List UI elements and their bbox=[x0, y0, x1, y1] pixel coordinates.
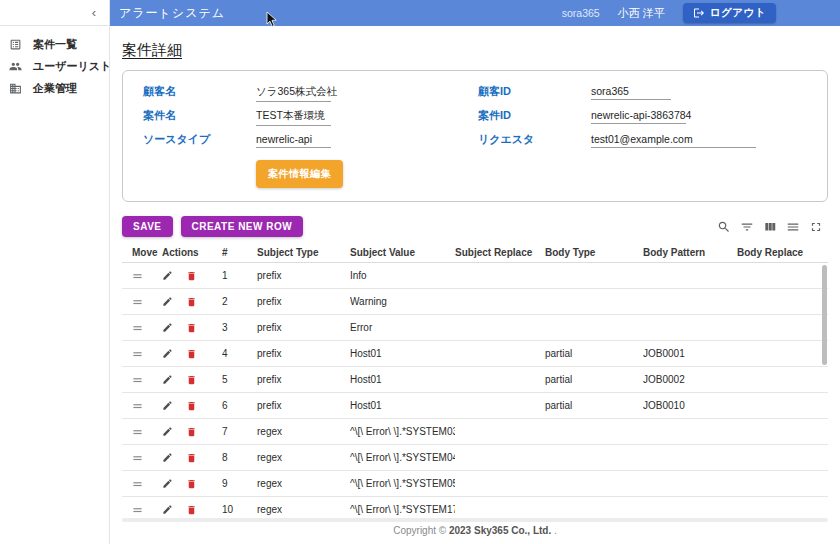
subject-type-cell: prefix bbox=[257, 270, 350, 281]
column-header[interactable]: Subject Type bbox=[257, 247, 350, 258]
delete-row-icon[interactable] bbox=[186, 452, 197, 464]
edit-row-icon[interactable] bbox=[162, 478, 173, 489]
column-header[interactable]: # bbox=[222, 247, 257, 258]
source-type-label: ソースタイプ bbox=[143, 132, 256, 147]
customer-name-label: 顧客名 bbox=[143, 84, 256, 99]
horizontal-scrollbar[interactable] bbox=[122, 518, 828, 522]
user-name: 小西 洋平 bbox=[618, 6, 665, 21]
edit-row-icon[interactable] bbox=[162, 374, 173, 385]
sidebar-item-case-list[interactable]: 案件一覧 bbox=[0, 33, 109, 55]
page-title: 案件詳細 bbox=[122, 41, 182, 60]
edit-row-icon[interactable] bbox=[162, 322, 173, 333]
subject-type-cell: regex bbox=[257, 452, 350, 463]
company-icon bbox=[9, 82, 22, 95]
fullscreen-icon[interactable] bbox=[809, 220, 823, 234]
subject-type-cell: regex bbox=[257, 478, 350, 489]
search-icon[interactable] bbox=[717, 220, 731, 234]
vertical-scrollbar-thumb[interactable] bbox=[822, 265, 827, 365]
table-header-row: MoveActions#Subject TypeSubject ValueSub… bbox=[122, 243, 828, 263]
subject-value-cell: ^\[\ Error\ \].*SYSTEM05.$ bbox=[350, 478, 455, 489]
drag-handle[interactable] bbox=[132, 453, 143, 463]
column-header[interactable]: Subject Value bbox=[350, 247, 455, 258]
drag-handle[interactable] bbox=[132, 323, 143, 333]
edit-row-icon[interactable] bbox=[162, 348, 173, 359]
logout-button[interactable]: ログアウト bbox=[683, 3, 776, 23]
table-body: 1 prefix Info bbox=[122, 263, 828, 518]
column-header[interactable]: Body Pattern bbox=[643, 247, 737, 258]
body-type-cell: partial bbox=[545, 348, 643, 359]
body-type-cell: partial bbox=[545, 374, 643, 385]
delete-row-icon[interactable] bbox=[186, 322, 197, 334]
logout-icon bbox=[693, 7, 705, 19]
density-icon[interactable] bbox=[786, 220, 800, 234]
case-id-field[interactable]: newrelic-api-3863784 bbox=[591, 109, 686, 124]
save-button[interactable]: SAVE bbox=[122, 216, 173, 237]
row-number: 8 bbox=[222, 452, 257, 463]
edit-row-icon[interactable] bbox=[162, 426, 173, 437]
edit-case-info-button[interactable]: 案件情報編集 bbox=[256, 160, 343, 188]
row-number: 5 bbox=[222, 374, 257, 385]
users-icon bbox=[9, 60, 22, 73]
body-pattern-cell: JOB0010 bbox=[643, 400, 737, 411]
delete-row-icon[interactable] bbox=[186, 270, 197, 282]
drag-handle[interactable] bbox=[132, 349, 143, 359]
column-header[interactable]: Body Type bbox=[545, 247, 643, 258]
drag-handle[interactable] bbox=[132, 375, 143, 385]
edit-row-icon[interactable] bbox=[162, 504, 173, 515]
drag-handle[interactable] bbox=[132, 401, 143, 411]
row-number: 4 bbox=[222, 348, 257, 359]
delete-row-icon[interactable] bbox=[186, 374, 197, 386]
sidebar-item-company-admin[interactable]: 企業管理 bbox=[0, 77, 109, 99]
body-pattern-cell: JOB0001 bbox=[643, 348, 737, 359]
edit-row-icon[interactable] bbox=[162, 452, 173, 463]
columns-icon[interactable] bbox=[763, 220, 777, 234]
drag-handle[interactable] bbox=[132, 271, 143, 281]
customer-id-label: 顧客ID bbox=[478, 84, 591, 99]
column-header[interactable]: Body Replace bbox=[737, 247, 828, 258]
table-row: 3 prefix Error bbox=[122, 315, 828, 341]
edit-row-icon[interactable] bbox=[162, 400, 173, 411]
create-new-row-button[interactable]: CREATE NEW ROW bbox=[181, 216, 304, 237]
logout-label: ログアウト bbox=[710, 6, 766, 20]
requester-label: リクエスタ bbox=[478, 132, 591, 147]
edit-row-icon[interactable] bbox=[162, 270, 173, 281]
subject-type-cell: prefix bbox=[257, 374, 350, 385]
requester-field[interactable]: test01@example.com bbox=[591, 133, 756, 148]
edit-row-icon[interactable] bbox=[162, 296, 173, 307]
filter-icon[interactable] bbox=[740, 220, 754, 234]
customer-name-field[interactable]: ソラ365株式会社 bbox=[256, 85, 331, 102]
source-type-field[interactable]: newrelic-api bbox=[256, 133, 331, 148]
delete-row-icon[interactable] bbox=[186, 426, 197, 438]
subject-value-cell: ^\[\ Error\ \].*SYSTEM03.$ bbox=[350, 426, 455, 437]
row-number: 2 bbox=[222, 296, 257, 307]
delete-row-icon[interactable] bbox=[186, 348, 197, 360]
drag-handle[interactable] bbox=[132, 297, 143, 307]
sidebar-item-user-list[interactable]: ユーザーリスト bbox=[0, 55, 109, 77]
delete-row-icon[interactable] bbox=[186, 296, 197, 308]
sidebar-item-label: 案件一覧 bbox=[33, 37, 77, 52]
subject-value-cell: Host01 bbox=[350, 348, 455, 359]
sidebar-item-label: 企業管理 bbox=[33, 81, 77, 96]
case-name-field[interactable]: TEST本番環境 bbox=[256, 109, 331, 126]
case-name-label: 案件名 bbox=[143, 108, 256, 123]
drag-handle[interactable] bbox=[132, 479, 143, 489]
row-number: 10 bbox=[222, 504, 257, 515]
subject-value-cell: Host01 bbox=[350, 374, 455, 385]
subject-type-cell: prefix bbox=[257, 348, 350, 359]
customer-id-field[interactable]: sora365 bbox=[591, 85, 671, 100]
drag-handle[interactable] bbox=[132, 427, 143, 437]
sidebar-collapse-icon[interactable]: ‹ bbox=[92, 6, 96, 19]
delete-row-icon[interactable] bbox=[186, 478, 197, 490]
subject-type-cell: prefix bbox=[257, 400, 350, 411]
rules-table: MoveActions#Subject TypeSubject ValueSub… bbox=[122, 243, 828, 522]
delete-row-icon[interactable] bbox=[186, 504, 197, 516]
table-row: 8 regex ^\[\ Error\ \].*SYSTEM04.$ bbox=[122, 445, 828, 471]
delete-row-icon[interactable] bbox=[186, 400, 197, 412]
table-row: 7 regex ^\[\ Error\ \].*SYSTEM03.$ bbox=[122, 419, 828, 445]
column-header[interactable]: Move bbox=[132, 247, 162, 258]
column-header[interactable]: Actions bbox=[162, 247, 222, 258]
table-row: 6 prefix Host01 partial JOB0010 bbox=[122, 393, 828, 419]
drag-handle[interactable] bbox=[132, 505, 143, 515]
column-header[interactable]: Subject Replace bbox=[455, 247, 545, 258]
row-number: 6 bbox=[222, 400, 257, 411]
